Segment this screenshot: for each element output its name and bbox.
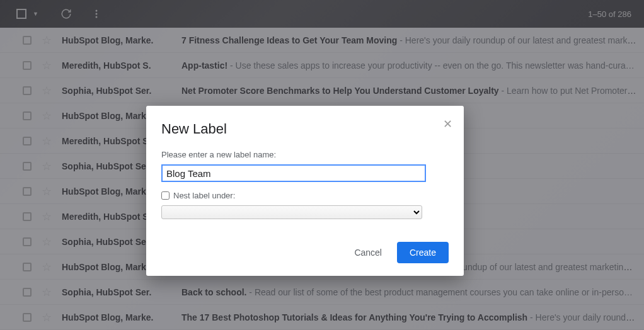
star-icon[interactable]: ☆: [42, 59, 52, 72]
more-icon[interactable]: [88, 5, 105, 23]
sender: HubSpot Blog, Marke.: [62, 35, 181, 45]
subject-line: The 17 Best Photoshop Tutorials & Ideas …: [181, 312, 641, 322]
row-checkbox[interactable]: [23, 212, 32, 221]
star-icon[interactable]: ☆: [42, 285, 52, 299]
row-checkbox[interactable]: [23, 86, 32, 95]
row-checkbox[interactable]: [23, 111, 32, 120]
email-row[interactable]: ☆ HubSpot Blog, Marke. 7 Fitness Challen…: [0, 28, 644, 53]
star-icon[interactable]: ☆: [42, 260, 52, 274]
subject-line: Back to school. - Read our list of some …: [181, 287, 641, 297]
star-icon[interactable]: ☆: [42, 33, 52, 47]
star-icon[interactable]: ☆: [42, 109, 52, 123]
row-checkbox[interactable]: [23, 162, 32, 171]
svg-point-3: [95, 16, 97, 18]
toolbar: ▼ 1–50 of 286: [0, 0, 644, 28]
page-count: 1–50 of 286: [588, 9, 631, 19]
row-checkbox[interactable]: [23, 187, 32, 196]
row-checkbox[interactable]: [23, 137, 32, 145]
svg-point-2: [95, 13, 97, 15]
star-icon[interactable]: ☆: [42, 185, 52, 198]
star-icon[interactable]: ☆: [42, 210, 52, 224]
email-row[interactable]: ☆ Sophia, HubSpot Ser. Back to school. -…: [0, 280, 644, 305]
close-icon[interactable]: ✕: [443, 117, 452, 131]
nest-label-text: Nest label under:: [173, 191, 235, 200]
star-icon[interactable]: ☆: [42, 134, 52, 148]
select-dropdown-caret-icon[interactable]: ▼: [33, 11, 38, 17]
row-checkbox[interactable]: [23, 61, 32, 70]
svg-point-1: [95, 10, 97, 12]
label-name-input[interactable]: [161, 164, 426, 182]
dialog-title: New Label: [161, 121, 449, 137]
sender: Sophia, HubSpot Ser.: [62, 86, 181, 96]
sender: Sophia, HubSpot Ser.: [62, 287, 181, 297]
svg-rect-0: [17, 9, 26, 18]
new-label-dialog: ✕ New Label Please enter a new label nam…: [146, 106, 464, 276]
star-icon[interactable]: ☆: [42, 310, 52, 324]
email-row[interactable]: ☆ Sophia, HubSpot Ser. Net Promoter Scor…: [0, 78, 644, 103]
row-checkbox[interactable]: [23, 36, 32, 45]
row-checkbox[interactable]: [23, 237, 32, 246]
select-all-checkbox[interactable]: [13, 5, 30, 23]
star-icon[interactable]: ☆: [42, 235, 52, 249]
cancel-button[interactable]: Cancel: [354, 248, 382, 258]
subject-line: Net Promoter Score Benchmarks to Help Yo…: [181, 86, 641, 96]
star-icon[interactable]: ☆: [42, 159, 52, 173]
sender: HubSpot Blog, Marke.: [62, 312, 181, 322]
email-row[interactable]: ☆ HubSpot Blog, Marke. The 17 Best Photo…: [0, 305, 644, 330]
dialog-prompt: Please enter a new label name:: [161, 150, 449, 159]
subject-line: App-tastic! - Use these sales apps to in…: [181, 60, 641, 71]
star-icon[interactable]: ☆: [42, 84, 52, 98]
row-checkbox[interactable]: [23, 263, 32, 271]
nest-checkbox[interactable]: [161, 191, 170, 200]
nest-parent-select[interactable]: [161, 205, 422, 219]
email-row[interactable]: ☆ Meredith, HubSpot S. App-tastic! - Use…: [0, 53, 644, 78]
row-checkbox[interactable]: [23, 313, 32, 322]
subject-line: 7 Fitness Challenge Ideas to Get Your Te…: [181, 35, 641, 45]
sender: Meredith, HubSpot S.: [62, 60, 181, 71]
row-checkbox[interactable]: [23, 288, 32, 297]
create-button[interactable]: Create: [397, 242, 449, 263]
refresh-icon[interactable]: [57, 5, 75, 23]
